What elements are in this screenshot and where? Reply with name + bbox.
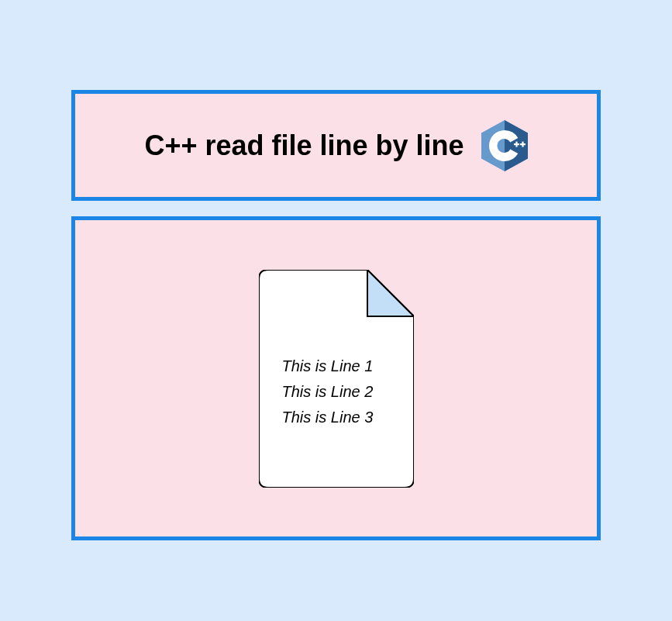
header-panel: C++ read file line by line: [71, 90, 601, 201]
file-document: This is Line 1 This is Line 2 This is Li…: [259, 270, 414, 488]
svg-rect-3: [515, 141, 517, 147]
cpp-logo-icon: [481, 120, 528, 171]
file-line: This is Line 2: [282, 379, 398, 405]
file-line: This is Line 3: [282, 405, 398, 430]
file-line: This is Line 1: [282, 354, 398, 379]
page-title: C++ read file line by line: [144, 129, 464, 162]
svg-rect-5: [522, 141, 523, 147]
file-content: This is Line 1 This is Line 2 This is Li…: [282, 354, 398, 430]
body-panel: This is Line 1 This is Line 2 This is Li…: [71, 216, 601, 540]
